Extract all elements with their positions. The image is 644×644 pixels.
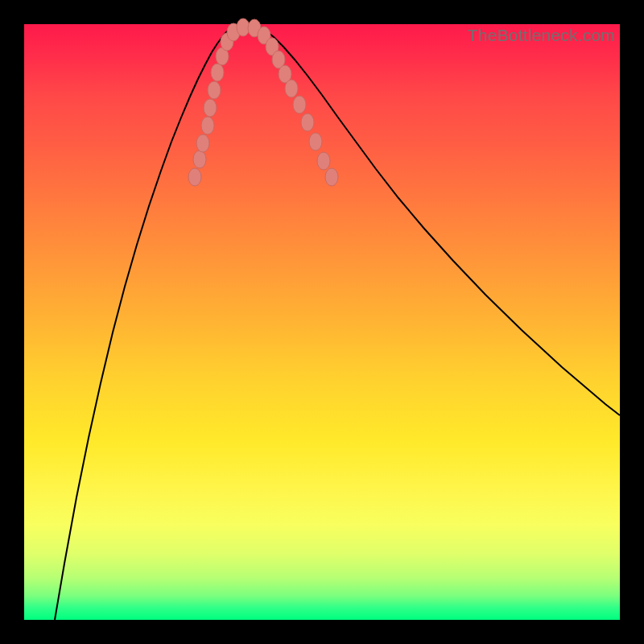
data-dot — [309, 133, 322, 151]
chart-frame: TheBottleneck.com — [24, 24, 620, 620]
bottleneck-curve — [55, 26, 620, 620]
data-dot — [201, 117, 214, 134]
data-dot — [301, 114, 314, 131]
data-dot — [293, 96, 306, 114]
data-dot — [193, 151, 206, 168]
data-dot — [285, 80, 298, 97]
data-dot — [188, 168, 201, 186]
curve-svg — [24, 24, 620, 620]
data-dot — [208, 81, 221, 99]
data-dot — [211, 64, 224, 81]
data-dot — [325, 168, 338, 186]
data-dot — [317, 152, 330, 170]
gradient-plot-area: TheBottleneck.com — [24, 24, 620, 620]
data-dot — [196, 134, 209, 152]
data-dots-group — [188, 19, 338, 186]
data-dot — [204, 99, 217, 117]
